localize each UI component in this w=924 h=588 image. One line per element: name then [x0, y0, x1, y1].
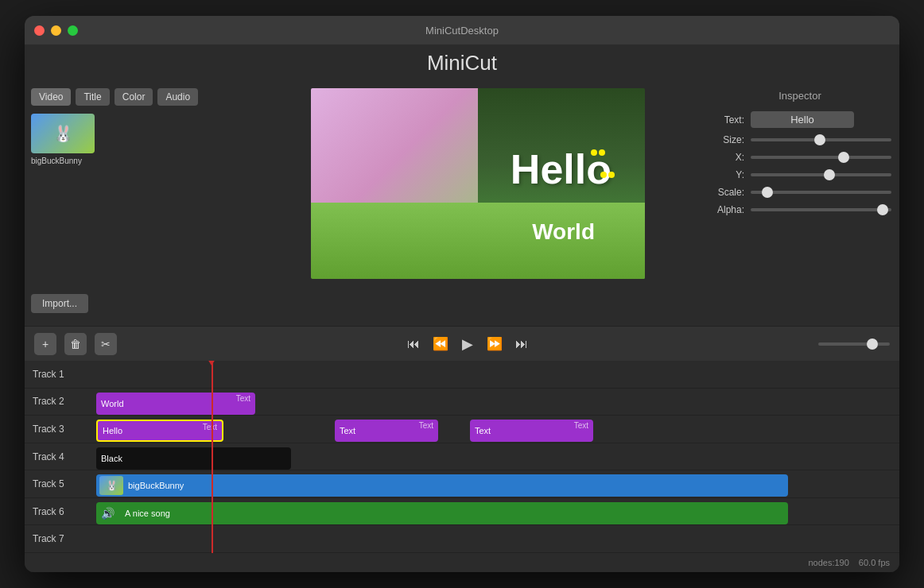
- track-6-content[interactable]: 🔊 A nice song: [80, 498, 899, 525]
- inspector-x-row: X:: [709, 152, 891, 163]
- inspector-panel: Inspector Text: Size: X:: [701, 82, 899, 326]
- track-2-content[interactable]: World Text: [80, 389, 899, 416]
- main-area: Video Title Color Audio 🐰 bigBuckBunny I…: [25, 82, 899, 326]
- clip-label-text-1: Text: [236, 394, 250, 403]
- media-thumbnail: 🐰: [31, 114, 95, 153]
- track-row-5: Track 5 🐰 bigBuckBunny: [25, 470, 899, 498]
- inspector-size-row: Size:: [709, 134, 891, 145]
- status-bar: nodes:190 60.0 fps: [25, 553, 899, 572]
- scissors-button[interactable]: ✂: [95, 333, 117, 355]
- clip-label-text-4: Text: [574, 421, 588, 430]
- inspector-scale-label: Scale:: [709, 187, 744, 198]
- track-3-clip-1[interactable]: Hello Text: [96, 420, 223, 442]
- track-5-clip-1[interactable]: 🐰 bigBuckBunny: [96, 474, 788, 497]
- inspector-title: Inspector: [709, 90, 891, 102]
- import-container: Import...: [31, 288, 249, 319]
- track-5-label: Track 5: [25, 478, 80, 489]
- track-row-4: Track 4 Black: [25, 443, 899, 471]
- track-row-6: Track 6 🔊 A nice song: [25, 498, 899, 526]
- inspector-text-input[interactable]: [751, 111, 854, 128]
- inspector-size-slider[interactable]: [751, 134, 891, 145]
- fast-forward-button[interactable]: ⏩: [485, 335, 504, 354]
- track-row-7: Track 7: [25, 525, 899, 553]
- transport-controls: ⏮ ⏪ ▶ ⏩ ⏭: [125, 335, 810, 354]
- track-3-clip-2[interactable]: Text Text: [335, 420, 438, 442]
- bunny-thumbnail: 🐰: [31, 114, 95, 153]
- fps-status: 60.0 fps: [859, 558, 890, 567]
- media-item[interactable]: 🐰 bigBuckBunny: [31, 114, 249, 165]
- video-tab[interactable]: Video: [31, 88, 71, 106]
- track-6-clip-1[interactable]: 🔊 A nice song: [96, 502, 788, 524]
- inspector-scale-row: Scale:: [709, 187, 891, 198]
- track-row-2: Track 2 World Text: [25, 389, 899, 416]
- track-4-label: Track 4: [25, 451, 80, 462]
- track-row-1: Track 1: [25, 361, 899, 389]
- nodes-status: nodes:190: [808, 558, 848, 567]
- inspector-text-label: Text:: [709, 114, 744, 126]
- clip-label-text-2: Text: [203, 423, 217, 431]
- window-title: MiniCutDesktop: [425, 25, 499, 37]
- play-button[interactable]: ▶: [458, 335, 477, 354]
- track-3-content[interactable]: Hello Text Text Text Text Text: [80, 416, 899, 443]
- inspector-text-row: Text:: [709, 111, 891, 128]
- preview-frame: Hello World: [311, 88, 645, 279]
- media-label: bigBuckBunny: [31, 157, 82, 165]
- inspector-x-label: X:: [709, 152, 744, 163]
- rewind-button[interactable]: ⏪: [431, 335, 450, 354]
- inspector-alpha-slider[interactable]: [751, 204, 891, 215]
- clip-label-text-3: Text: [419, 421, 433, 430]
- app-title: MiniCut: [25, 44, 899, 82]
- track-4-clip-1[interactable]: Black: [96, 447, 291, 470]
- toolbar: + 🗑 ✂ ⏮ ⏪ ▶ ⏩ ⏭: [25, 326, 899, 361]
- bottom-area: + 🗑 ✂ ⏮ ⏪ ▶ ⏩ ⏭ Tra: [25, 326, 899, 572]
- traffic-lights: [34, 25, 78, 36]
- audio-tab[interactable]: Audio: [157, 88, 198, 106]
- hello-decorations: [591, 149, 615, 178]
- inspector-y-row: Y:: [709, 169, 891, 180]
- track-7-label: Track 7: [25, 533, 80, 544]
- inspector-alpha-label: Alpha:: [709, 204, 744, 215]
- track-3-clip-3[interactable]: Text Text: [470, 420, 593, 442]
- track-row-3: Track 3 Hello Text Text Text Text Text: [25, 416, 899, 443]
- preview-world-text: World: [532, 219, 595, 245]
- minimize-button[interactable]: [51, 25, 61, 36]
- track-2-clip-1[interactable]: World Text: [96, 393, 255, 415]
- playhead-marker: [208, 361, 215, 366]
- audio-icon: 🔊: [101, 507, 115, 520]
- track-5-thumb: 🐰: [99, 476, 123, 495]
- inspector-scale-slider[interactable]: [751, 187, 891, 198]
- playhead: [212, 361, 213, 553]
- inspector-x-slider[interactable]: [751, 152, 891, 163]
- track-6-label: Track 6: [25, 506, 80, 517]
- track-1-content[interactable]: [80, 361, 899, 388]
- close-button[interactable]: [34, 25, 45, 36]
- preview-area: Hello World: [255, 82, 701, 326]
- track-7-content[interactable]: [80, 525, 899, 552]
- track-3-label: Track 3: [25, 424, 80, 435]
- timeline-area: Track 1 Track 2 World Text Track 3: [25, 361, 899, 572]
- track-5-content[interactable]: 🐰 bigBuckBunny: [80, 470, 899, 497]
- left-panel: Video Title Color Audio 🐰 bigBuckBunny I…: [25, 82, 255, 326]
- media-buttons: Video Title Color Audio: [31, 88, 249, 106]
- skip-back-button[interactable]: ⏮: [404, 335, 423, 354]
- timeline-zoom: [818, 342, 890, 346]
- delete-button[interactable]: 🗑: [64, 333, 87, 355]
- inspector-alpha-row: Alpha:: [709, 204, 891, 215]
- track-2-label: Track 2: [25, 396, 80, 407]
- zoom-slider[interactable]: [818, 342, 890, 346]
- fullscreen-button[interactable]: [68, 25, 78, 36]
- app-window: MiniCutDesktop MiniCut Video Title Color…: [25, 16, 899, 572]
- inspector-y-slider[interactable]: [751, 169, 891, 180]
- inspector-size-label: Size:: [709, 134, 744, 145]
- track-1-label: Track 1: [25, 369, 80, 380]
- preview-ground: [311, 203, 645, 279]
- track-4-content[interactable]: Black: [80, 443, 899, 470]
- inspector-y-label: Y:: [709, 169, 744, 180]
- add-button[interactable]: +: [34, 333, 56, 355]
- title-tab[interactable]: Title: [76, 88, 109, 106]
- color-tab[interactable]: Color: [115, 88, 153, 106]
- skip-forward-button[interactable]: ⏭: [512, 335, 531, 354]
- import-button[interactable]: Import...: [31, 294, 88, 313]
- titlebar: MiniCutDesktop: [25, 16, 899, 44]
